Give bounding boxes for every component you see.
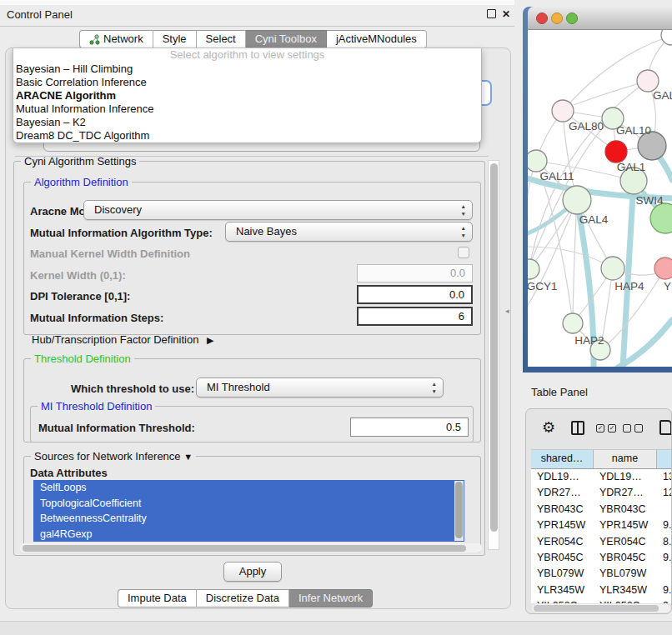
table-row[interactable]: YER054CYER054C8. xyxy=(531,534,672,550)
mi-algorithm-type-select[interactable]: Naive Bayes ▲▼ xyxy=(225,222,473,242)
mi-threshold-definition-title: MI Threshold Definition xyxy=(38,400,155,412)
mi-threshold-label: Mutual Information Threshold: xyxy=(38,422,195,434)
panel-collapse-icon[interactable]: ◂ xyxy=(505,307,509,315)
table-row[interactable]: YBR045CYBR045C9. xyxy=(531,550,672,566)
node-pink[interactable] xyxy=(654,258,672,279)
attribute-item-selected[interactable]: TopologicalCoefficient xyxy=(33,496,464,512)
table-row[interactable]: YIL052CYIL052C9. xyxy=(531,598,672,603)
manual-kernel-width-label: Manual Kernel Width Definition xyxy=(30,248,190,260)
node-label: GAL11 xyxy=(539,170,574,182)
minimize-traffic-icon[interactable] xyxy=(552,13,563,24)
tab-infer-network[interactable]: Infer Network xyxy=(289,589,373,608)
node-gal11[interactable] xyxy=(528,150,547,172)
settings-hscrollbar-thumb[interactable] xyxy=(23,545,466,552)
algorithm-option[interactable]: Mutual Information Inference xyxy=(13,102,481,116)
apply-button[interactable]: Apply xyxy=(223,562,282,582)
column-header-partial[interactable]: A xyxy=(657,450,672,468)
network-view-window: GAL GAL80 GAL10 GAL1 GAL11 SWI4 GAL4 GCY… xyxy=(523,7,672,372)
tab-discretize-data[interactable]: Discretize Data xyxy=(197,589,289,608)
tab-style[interactable]: Style xyxy=(153,30,197,48)
kernel-width-field[interactable]: 0.0 xyxy=(357,264,473,282)
table-row[interactable]: YBR043CYBR043C xyxy=(531,502,672,518)
table-row[interactable]: YPR145WYPR145W9. xyxy=(531,518,672,533)
expand-right-icon: ▶ xyxy=(207,335,213,346)
node-gcy1[interactable] xyxy=(528,259,539,279)
traffic-lights xyxy=(528,7,579,30)
new-column-icon[interactable] xyxy=(659,420,672,435)
mi-steps-field[interactable]: 6 xyxy=(357,307,473,326)
column-header-name[interactable]: name xyxy=(594,450,657,468)
node-gal80[interactable] xyxy=(552,100,574,122)
network-icon xyxy=(89,34,100,45)
settings-scrollbar-thumb[interactable] xyxy=(490,163,498,532)
float-window-icon[interactable] xyxy=(487,9,496,18)
algorithm-option[interactable]: Bayesian – Hill Climbing xyxy=(13,62,481,76)
control-panel-titlebar: Control Panel ✕ xyxy=(0,5,514,27)
control-panel-title: Control Panel xyxy=(7,8,73,21)
algorithm-option[interactable]: Bayesian – K2 xyxy=(13,116,481,129)
table-panel-window: ⚙ ✓✓ shared… name A YDL19…YDL19…13 YDR27… xyxy=(525,408,672,614)
table-row[interactable]: YDL19…YDL19…13 xyxy=(531,469,672,485)
node-hap2[interactable] xyxy=(563,313,583,333)
settings-scrollbar[interactable] xyxy=(488,160,499,550)
mi-threshold-field[interactable]: 0.5 xyxy=(350,418,469,437)
application-root: Control Panel ✕ Network Style Select Cyn… xyxy=(0,0,672,635)
node-label: HAP4 xyxy=(614,280,644,292)
manual-kernel-width-checkbox[interactable] xyxy=(458,247,469,258)
node-label: SWI4 xyxy=(635,194,663,207)
close-traffic-icon[interactable] xyxy=(537,13,548,24)
node-green[interactable] xyxy=(650,203,672,233)
algorithm-option[interactable]: Basic Correlation Inference xyxy=(13,76,481,89)
node-hap4[interactable] xyxy=(601,257,624,280)
node-label: GAL1 xyxy=(617,161,646,173)
group-divider xyxy=(15,156,489,157)
mi-algorithm-type-label: Mutual Information Algorithm Type: xyxy=(30,227,213,239)
tab-cyni-toolbox[interactable]: Cyni Toolbox xyxy=(246,30,327,48)
data-attributes-label: Data Attributes xyxy=(30,467,108,479)
chevron-updown-icon: ▲▼ xyxy=(432,380,437,395)
control-panel-tabbar: Network Style Select Cyni Toolbox jActiv… xyxy=(79,30,427,48)
attribute-item-selected[interactable]: gal4RGexp xyxy=(33,527,464,542)
table-header-row: shared… name A xyxy=(531,450,672,469)
gear-icon[interactable]: ⚙ xyxy=(542,418,555,437)
table-hscrollbar-thumb[interactable] xyxy=(534,605,659,612)
deselect-all-icon[interactable] xyxy=(623,424,643,432)
table-panel-title: Table Panel xyxy=(531,386,588,398)
algorithm-option-selected[interactable]: ARACNE Algorithm xyxy=(13,89,481,102)
node-label: GAL80 xyxy=(569,120,604,132)
network-window-titlebar[interactable] xyxy=(528,7,672,30)
column-header-shared[interactable]: shared… xyxy=(531,450,594,468)
tab-network[interactable]: Network xyxy=(79,30,153,48)
tab-jactivemnodules[interactable]: jActiveMNodules xyxy=(327,30,427,48)
sources-group-title[interactable]: Sources for Network Inference ▼ xyxy=(31,450,196,462)
tab-impute-data[interactable]: Impute Data xyxy=(118,589,197,608)
attribute-item-selected[interactable]: SelfLoops xyxy=(33,480,464,496)
node-gal1-selected[interactable] xyxy=(605,141,627,162)
node-gal4[interactable] xyxy=(563,186,591,214)
cyni-bottom-tabbar: Impute Data Discretize Data Infer Networ… xyxy=(118,589,373,608)
table-hscrollbar[interactable] xyxy=(532,604,670,612)
attributes-scrollbar-thumb[interactable] xyxy=(455,482,463,538)
mi-steps-label: Mutual Information Steps: xyxy=(30,312,163,324)
settings-hscrollbar[interactable] xyxy=(20,543,482,552)
hub-definition-toggle[interactable]: Hub/Transcription Factor Definition ▶ xyxy=(32,333,213,346)
chevron-updown-icon: ▲▼ xyxy=(461,224,466,239)
close-icon[interactable]: ✕ xyxy=(502,8,510,20)
attributes-scrollbar[interactable] xyxy=(454,481,464,541)
node-label: HAP2 xyxy=(574,334,604,347)
table-row[interactable]: YDR27…YDR27…12 xyxy=(531,485,672,501)
zoom-traffic-icon[interactable] xyxy=(567,13,578,24)
dpi-tolerance-field[interactable]: 0.0 xyxy=(357,285,473,304)
which-threshold-select[interactable]: MI Threshold ▲▼ xyxy=(196,378,444,398)
algorithm-option[interactable]: Dream8 DC_TDC Algorithm xyxy=(13,129,481,142)
node[interactable] xyxy=(661,30,672,45)
table-row[interactable]: YBL079WYBL079W xyxy=(531,566,672,582)
table-row[interactable]: YLR345WYLR345W9. xyxy=(531,582,672,598)
select-all-icon[interactable]: ✓✓ xyxy=(596,424,616,432)
data-attributes-list: SelfLoops TopologicalCoefficient Between… xyxy=(33,480,464,542)
tab-select[interactable]: Select xyxy=(197,30,246,48)
aracne-mode-select[interactable]: Discovery ▲▼ xyxy=(83,200,473,220)
split-panel-icon[interactable] xyxy=(571,421,584,435)
attribute-item-selected[interactable]: BetweennessCentrality xyxy=(33,511,464,527)
network-canvas[interactable]: GAL GAL80 GAL10 GAL1 GAL11 SWI4 GAL4 GCY… xyxy=(528,30,672,367)
